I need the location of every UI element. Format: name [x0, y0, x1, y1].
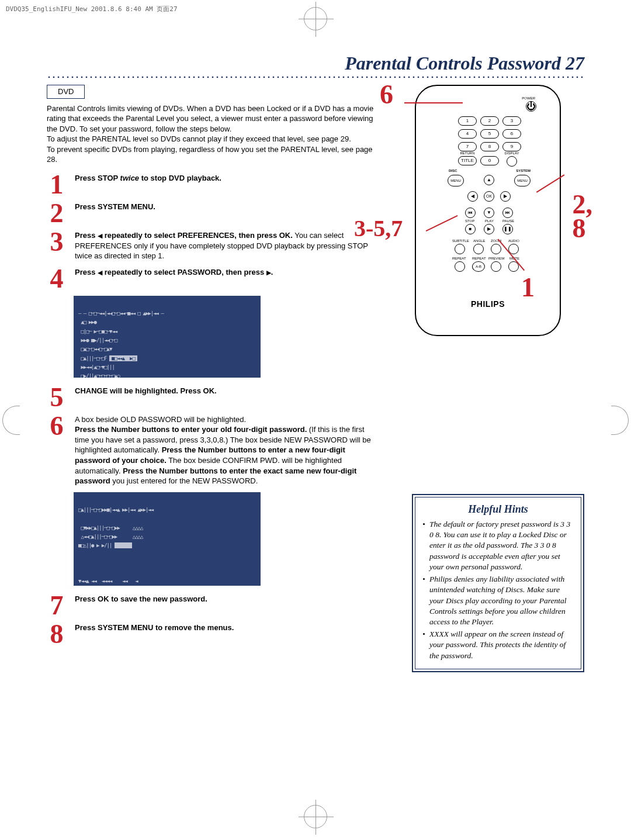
display-label: DISPLAY	[502, 151, 521, 155]
step-6: 6 A box beside OLD PASSWORD will be high…	[47, 414, 374, 486]
num-2: 2	[480, 116, 499, 126]
file-header-strip: DVDQ35_EnglishIFU_New 2001.8.6 8:40 AM 页…	[6, 5, 178, 13]
nav-left-icon: ◀	[467, 191, 478, 202]
step-3-number: 3	[47, 230, 67, 253]
page-title: Parental Controls Password 27	[345, 53, 584, 74]
zoom-button	[491, 244, 501, 254]
step-4: 4 Press ◀ repeatedly to select PASSWORD,…	[47, 267, 374, 290]
step-4-body: Press ◀ repeatedly to select PASSWORD, t…	[75, 267, 273, 278]
angle-label: ANGLE	[473, 239, 485, 243]
crop-mark-right	[611, 406, 629, 435]
subtitle-label: SUBTITLE	[452, 239, 469, 243]
hint-1: The default or factory preset password i…	[422, 519, 574, 572]
step-6-body: A box beside OLD PASSWORD will be highli…	[75, 414, 374, 486]
hint-2: Philips denies any liability associated …	[422, 574, 574, 627]
system-menu-button: MENU	[514, 175, 531, 186]
step-3-body: Press ◀ repeatedly to select PREFERENCES…	[75, 230, 374, 261]
step-2: 2 Press SYSTEM MENU.	[47, 202, 374, 224]
callout-1: 1	[521, 275, 535, 299]
step-5-body: CHANGE will be highlighted. Press OK.	[75, 386, 217, 396]
step-2-number: 2	[47, 202, 67, 224]
crop-mark-bottom	[304, 805, 327, 828]
disc-label: DISC	[449, 169, 457, 172]
remote-illustration: POWER ⏻ 1 2 3 4 5 6 7 8 9 RETURN TITLE 0…	[415, 85, 561, 336]
stop-button-icon: ■	[465, 224, 476, 234]
step-7: 7 Press OK to save the new password.	[47, 594, 374, 617]
play-button-icon: ▶	[484, 224, 494, 234]
callout-357: 3-5,7	[354, 218, 403, 239]
audio-label: AUDIO	[508, 239, 519, 243]
callout-6-line	[404, 102, 463, 103]
left-arrow-icon: ◀	[98, 269, 102, 276]
subtitle-button	[455, 244, 465, 254]
step-1-body: Press STOP twice to stop DVD playback.	[75, 173, 221, 184]
ab-button: A-B	[472, 261, 485, 272]
page-content: Parental Controls Password 27 DVD Parent…	[47, 53, 584, 651]
callout-6: 6	[380, 82, 393, 106]
num-0: 0	[480, 156, 499, 165]
step-1: 1 Press STOP twice to stop DVD playback.	[47, 173, 374, 196]
osd-password-screenshot: □▲|||─□─□▶▶■|◄◄▲ ▶▶|◄◄ ▲▶▶|◄◄ □▼▶▶□▲|||─…	[74, 492, 261, 586]
num-3: 3	[502, 116, 521, 126]
intro-p3: To prevent specific DVDs from playing, r…	[47, 144, 374, 165]
stop-label: STOP	[465, 219, 474, 223]
hint-3: XXXX will appear on the screen instead o…	[422, 629, 574, 661]
dvd-badge: DVD	[47, 85, 85, 99]
num-7: 7	[458, 142, 477, 151]
intro-p1: Parental Controls limits viewing of DVDs…	[47, 103, 374, 134]
brand-logo: PHILIPS	[416, 299, 560, 309]
intro-text: Parental Controls limits viewing of DVDs…	[47, 103, 374, 165]
disc-menu-button: MENU	[448, 175, 464, 186]
num-6: 6	[502, 129, 521, 139]
num-9: 9	[502, 142, 521, 151]
nav-down-icon: ▼	[484, 208, 494, 218]
step-4-number: 4	[47, 267, 67, 290]
system-label: SYSTEM	[516, 169, 531, 172]
ok-button: OK	[484, 191, 494, 202]
title-button: TITLE	[458, 156, 477, 165]
dotted-rule	[47, 75, 584, 79]
preview-button	[491, 261, 501, 272]
preview-label: PREVIEW	[488, 257, 505, 260]
pause-button-icon: ❚❚	[502, 224, 513, 234]
power-button-icon: ⏻	[526, 101, 536, 112]
repeat-label: REPEAT	[452, 257, 466, 260]
step-3: 3 Press ◀ repeatedly to select PREFERENC…	[47, 230, 374, 261]
step-8-number: 8	[47, 623, 67, 645]
right-arrow-icon: ▶	[266, 269, 271, 276]
step-5: 5 CHANGE will be highlighted. Press OK.	[47, 386, 374, 409]
return-label: RETURN	[458, 151, 477, 155]
osd-preferences-screenshot: — — □─□─◄◄|◄◄□─□◄◄─■◄◄ □ ▲▶▶|◄◄ — ▲□ ▶▶●…	[74, 296, 261, 378]
num-1: 1	[458, 116, 477, 126]
step-7-body: Press OK to save the new password.	[75, 594, 207, 604]
right-column: POWER ⏻ 1 2 3 4 5 6 7 8 9 RETURN TITLE 0…	[391, 85, 584, 336]
step-2-body: Press SYSTEM MENU.	[75, 202, 155, 212]
play-label: PLAY	[485, 219, 494, 223]
step-8-body: Press SYSTEM MENU to remove the menus.	[75, 623, 234, 633]
angle-button	[473, 244, 484, 254]
intro-p2: To adjust the PARENTAL level so DVDs can…	[47, 134, 374, 144]
step-6-number: 6	[47, 414, 67, 437]
pause-label: PAUSE	[502, 219, 514, 223]
num-5: 5	[480, 129, 499, 139]
num-8: 8	[480, 142, 499, 151]
left-arrow-icon: ◀	[98, 232, 102, 239]
crop-mark-left	[2, 406, 20, 435]
left-column: DVD Parental Controls limits viewing of …	[47, 85, 374, 651]
prev-icon: ⏮	[465, 208, 476, 218]
next-icon: ⏭	[502, 208, 513, 218]
callout-2-8: 2, 8	[573, 192, 593, 241]
crop-mark-top	[304, 7, 327, 30]
repeat-button	[455, 261, 465, 272]
display-button	[507, 156, 517, 167]
step-5-number: 5	[47, 386, 67, 409]
nav-right-icon: ▶	[500, 191, 511, 202]
hints-title: Helpful Hints	[422, 503, 574, 516]
nav-up-icon: ▲	[484, 175, 494, 185]
power-label: POWER	[522, 96, 535, 100]
step-1-number: 1	[47, 173, 67, 196]
num-4: 4	[458, 129, 477, 139]
helpful-hints-box: Helpful Hints The default or factory pre…	[412, 494, 584, 672]
step-8: 8 Press SYSTEM MENU to remove the menus.	[47, 623, 374, 645]
repeat2-label: REPEAT	[472, 257, 486, 260]
